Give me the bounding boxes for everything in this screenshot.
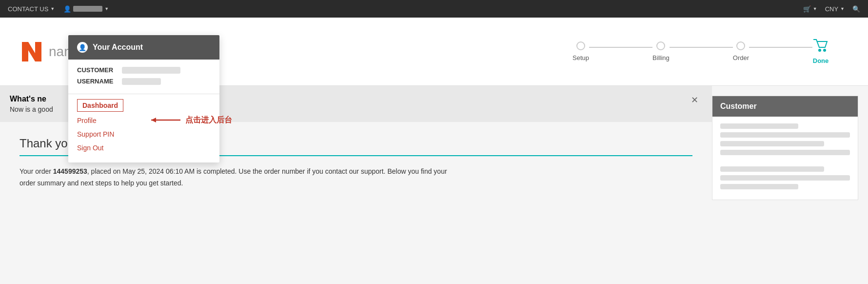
step-done: Done: [812, 39, 829, 64]
username-value: [122, 78, 161, 85]
customer-blur-5: [720, 166, 824, 172]
svg-marker-3: [151, 118, 156, 122]
step-billing-circle: [656, 41, 665, 50]
dropdown-links: Dashboard Profile Support PIN Sign Out: [68, 94, 219, 162]
step-setup: Setup: [572, 41, 589, 61]
step-setup-circle: [576, 41, 585, 50]
currency-menu[interactable]: CNY ▼: [825, 5, 845, 13]
annotation-text: 点击进入后台: [185, 115, 232, 125]
user-name-blurred: [73, 6, 102, 12]
username-row: USERNAME: [77, 78, 211, 85]
customer-card-body: [712, 117, 858, 200]
currency-chevron: ▼: [840, 6, 845, 11]
customer-blur-4: [720, 150, 850, 155]
user-chevron: ▼: [104, 6, 109, 11]
sidebar: Customer: [712, 86, 868, 281]
currency-label: CNY: [825, 5, 838, 13]
customer-card: Customer: [712, 96, 858, 200]
customer-row: CUSTOMER: [77, 66, 211, 74]
contact-us-label: CONTACT US: [8, 5, 48, 13]
checkout-steps: Setup Billing Order Done: [572, 39, 829, 64]
contact-us-menu[interactable]: CONTACT US ▼: [8, 5, 55, 13]
step-done-icon: [812, 39, 829, 53]
customer-value: [122, 67, 180, 74]
order-description: Your order 144599253, placed on May 25, …: [20, 166, 458, 189]
whats-new-title: What's ne: [10, 95, 53, 103]
dropdown-header: 👤 Your Account: [68, 35, 219, 60]
customer-blur-2: [720, 132, 850, 138]
step-order-circle: [736, 41, 745, 50]
customer-blur-7: [720, 184, 798, 189]
account-dropdown: 👤 Your Account CUSTOMER USERNAME Dashboa…: [68, 35, 219, 162]
dropdown-info: CUSTOMER USERNAME: [68, 60, 219, 94]
dropdown-user-icon: 👤: [77, 42, 88, 53]
customer-label: CUSTOMER: [77, 66, 116, 74]
step-order: Order: [733, 41, 749, 61]
logo-icon[interactable]: [20, 40, 44, 64]
step-line-2: [670, 47, 733, 48]
customer-blur-1: [720, 123, 798, 129]
search-button[interactable]: 🔍: [852, 5, 860, 13]
step-billing-label: Billing: [652, 54, 670, 61]
whats-new-body: Now is a good: [10, 105, 53, 113]
step-done-label: Done: [813, 57, 829, 64]
header: nam Setup Billing Order: [0, 18, 868, 86]
user-icon: 👤: [63, 5, 71, 13]
search-icon: 🔍: [852, 5, 860, 13]
customer-card-header: Customer: [712, 96, 858, 117]
customer-spacer: [720, 159, 850, 166]
username-label: USERNAME: [77, 78, 116, 85]
cart-chevron: ▼: [813, 6, 817, 11]
sign-out-link[interactable]: Sign Out: [77, 141, 211, 155]
dropdown-title: Your Account: [93, 43, 143, 52]
svg-point-1: [823, 49, 826, 52]
cart-icon: 🛒: [803, 5, 811, 13]
customer-blur-6: [720, 175, 850, 181]
svg-point-0: [818, 49, 821, 52]
step-line-1: [589, 47, 652, 48]
close-banner-button[interactable]: ✕: [687, 95, 702, 105]
order-number: 144599253: [53, 167, 87, 175]
step-line-3: [749, 47, 812, 48]
annotation-arrow-svg: [146, 115, 185, 125]
contact-us-chevron: ▼: [50, 6, 55, 11]
cart-menu[interactable]: 🛒 ▼: [803, 5, 817, 13]
step-setup-label: Setup: [572, 54, 589, 61]
top-bar: CONTACT US ▼ 👤 ▼ 🛒 ▼ CNY ▼ 🔍: [0, 0, 868, 18]
step-billing: Billing: [652, 41, 670, 61]
order-desc-prefix: Your order: [20, 167, 53, 175]
step-order-label: Order: [733, 54, 749, 61]
customer-blur-3: [720, 141, 824, 146]
support-pin-link[interactable]: Support PIN: [77, 127, 211, 141]
user-account-menu[interactable]: 👤 ▼: [63, 5, 109, 13]
dashboard-link[interactable]: Dashboard: [77, 99, 123, 112]
